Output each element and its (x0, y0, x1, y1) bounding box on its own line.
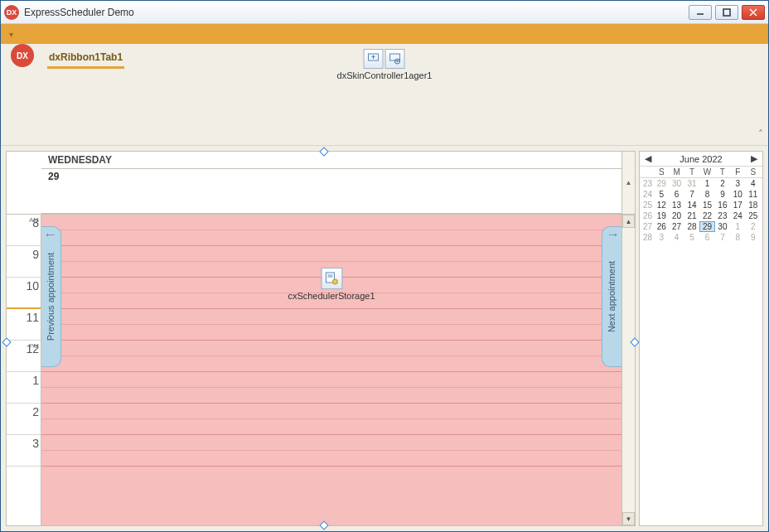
time-cell[interactable] (41, 262, 621, 278)
date-cell[interactable]: 9 (746, 232, 761, 243)
time-cell[interactable] (41, 435, 621, 451)
time-cell[interactable] (41, 341, 621, 356)
scroll-up-button[interactable]: ▲ (622, 215, 635, 228)
arrow-left-icon: ⭠ (46, 230, 55, 240)
time-cells-area[interactable]: ⭠ Previous appointment ⭢ Next appointmen… (41, 215, 621, 525)
date-cell[interactable]: 29 (699, 221, 714, 232)
all-day-area[interactable]: 29 (41, 169, 621, 214)
time-ruler-slot: 12PM (7, 341, 41, 372)
svg-rect-1 (723, 9, 730, 16)
date-cell[interactable]: 30 (669, 178, 684, 189)
date-cell[interactable]: 12 (654, 200, 669, 210)
time-cell[interactable] (41, 293, 621, 309)
vertical-scrollbar[interactable]: ▲ ▼ (621, 215, 635, 525)
skin-controller-icon-1 (364, 49, 384, 69)
previous-appointment-tab[interactable]: ⭠ Previous appointment (41, 226, 61, 367)
time-cell[interactable] (41, 419, 621, 435)
date-cell[interactable]: 17 (730, 200, 745, 210)
app-window: DX ExpressScheduler Demo ▾ DX dxRibbon1T… (0, 0, 769, 532)
previous-appointment-label: Previous appointment (46, 253, 56, 341)
date-cell[interactable]: 25 (746, 210, 761, 221)
date-cell[interactable]: 4 (669, 232, 684, 243)
time-cell[interactable] (41, 372, 621, 388)
week-number: 25 (641, 200, 654, 210)
date-cell[interactable]: 23 (715, 210, 730, 221)
date-cell[interactable]: 22 (699, 210, 714, 221)
date-cell[interactable]: 31 (684, 178, 699, 189)
day-header[interactable]: WEDNESDAY (41, 152, 621, 169)
date-cell[interactable]: 30 (715, 221, 730, 232)
date-cell[interactable]: 6 (669, 189, 684, 200)
time-cell[interactable] (41, 309, 621, 325)
date-nav-next-icon[interactable]: ▶ (749, 153, 759, 164)
scroll-down-button[interactable]: ▼ (622, 512, 635, 525)
scheduler[interactable]: WEDNESDAY 29 ▲ 8AM9101112PM123 ⭠ Previou… (6, 151, 636, 526)
day-header-scroll-up-icon[interactable]: ▲ (621, 152, 635, 214)
date-cell[interactable]: 1 (730, 221, 745, 232)
titlebar: DX ExpressScheduler Demo (1, 1, 768, 24)
date-cell[interactable]: 1 (699, 178, 714, 189)
skin-controller-label: dxSkinController1ager1 (337, 70, 433, 80)
date-cell[interactable]: 5 (684, 232, 699, 243)
time-ruler-slot: 8AM (7, 215, 41, 246)
next-appointment-tab[interactable]: ⭢ Next appointment (602, 226, 621, 367)
date-cell[interactable]: 20 (669, 210, 684, 221)
date-cell[interactable]: 7 (715, 232, 730, 243)
close-button[interactable] (742, 5, 765, 20)
date-navigator-dayofweek-row: SMTWTFS (640, 167, 762, 178)
date-cell[interactable]: 6 (699, 232, 714, 243)
date-cell[interactable]: 8 (699, 189, 714, 200)
time-cell[interactable] (41, 278, 621, 293)
time-ruler-slot: 1 (7, 372, 41, 404)
date-cell[interactable]: 14 (684, 200, 699, 210)
time-cell[interactable] (41, 215, 621, 230)
date-cell[interactable]: 27 (669, 221, 684, 232)
maximize-button[interactable] (715, 5, 738, 20)
time-cell[interactable] (41, 325, 621, 341)
date-cell[interactable]: 2 (715, 178, 730, 189)
date-cell[interactable]: 11 (746, 189, 761, 200)
day-date-label: 29 (41, 169, 621, 213)
date-cell[interactable]: 4 (746, 178, 761, 189)
time-ruler-slot: 9 (7, 246, 41, 278)
time-cell[interactable] (41, 404, 621, 419)
ribbon-collapse-icon[interactable]: ˄ (758, 128, 763, 140)
date-cell[interactable]: 10 (730, 189, 745, 200)
date-cell[interactable]: 29 (654, 178, 669, 189)
date-cell[interactable]: 9 (715, 189, 730, 200)
date-cell[interactable]: 28 (684, 221, 699, 232)
date-cell[interactable]: 15 (699, 200, 714, 210)
date-cell[interactable]: 3 (730, 178, 745, 189)
date-cell[interactable]: 13 (669, 200, 684, 210)
date-cell[interactable]: 16 (715, 200, 730, 210)
date-cell[interactable]: 19 (654, 210, 669, 221)
date-cell[interactable]: 24 (730, 210, 745, 221)
date-cell[interactable]: 21 (684, 210, 699, 221)
date-nav-prev-icon[interactable]: ◀ (643, 153, 653, 164)
time-cell[interactable] (41, 388, 621, 404)
qat-dropdown-icon[interactable]: ▾ (9, 30, 13, 39)
time-cell[interactable] (41, 356, 621, 372)
date-cell[interactable]: 3 (654, 232, 669, 243)
window-buttons (689, 5, 765, 20)
date-navigator[interactable]: ◀ June 2022 ▶ SMTWTFS 232930311234245678… (639, 151, 763, 526)
date-cell[interactable]: 5 (654, 189, 669, 200)
week-number: 24 (641, 189, 654, 200)
date-cell[interactable]: 26 (654, 221, 669, 232)
date-cell[interactable]: 18 (746, 200, 761, 210)
time-cell[interactable] (41, 451, 621, 467)
dow-label: S (654, 167, 669, 177)
minimize-button[interactable] (689, 5, 712, 20)
ribbon-app-button[interactable]: DX (11, 44, 34, 67)
date-cell[interactable]: 7 (684, 189, 699, 200)
svg-point-7 (397, 60, 399, 62)
ribbon-tab-1[interactable]: dxRibbon1Tab1 (47, 46, 124, 69)
date-cell[interactable]: 2 (746, 221, 761, 232)
date-navigator-title[interactable]: June 2022 (680, 154, 722, 164)
time-cell[interactable] (41, 230, 621, 246)
ribbon-body: dxSkinController1ager1 ˄ (1, 69, 768, 145)
dow-label: M (669, 167, 684, 177)
time-cell[interactable] (41, 246, 621, 262)
date-cell[interactable]: 8 (730, 232, 745, 243)
skin-controller-component[interactable]: dxSkinController1ager1 (337, 49, 433, 80)
